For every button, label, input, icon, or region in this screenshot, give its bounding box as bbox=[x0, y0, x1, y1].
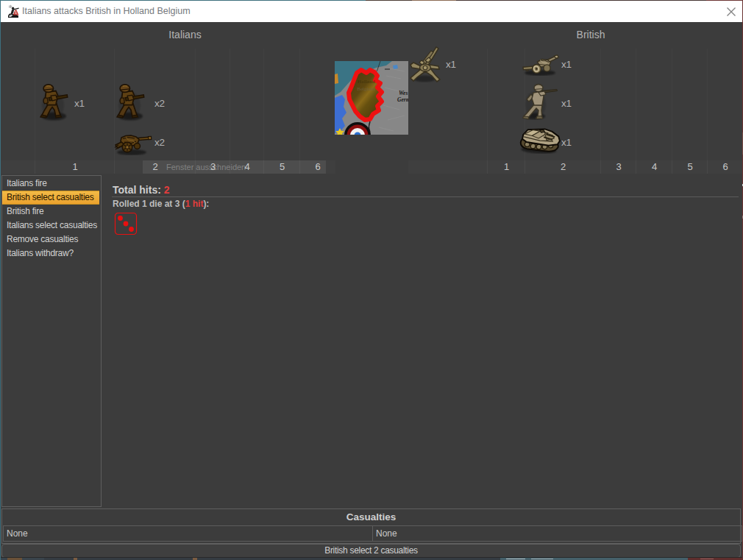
svg-text:Belgium: Belgium bbox=[357, 86, 375, 92]
svg-text:Holland: Holland bbox=[358, 79, 375, 85]
svg-text:Germ: Germ bbox=[397, 96, 408, 103]
svg-text:Wes: Wes bbox=[399, 90, 408, 96]
